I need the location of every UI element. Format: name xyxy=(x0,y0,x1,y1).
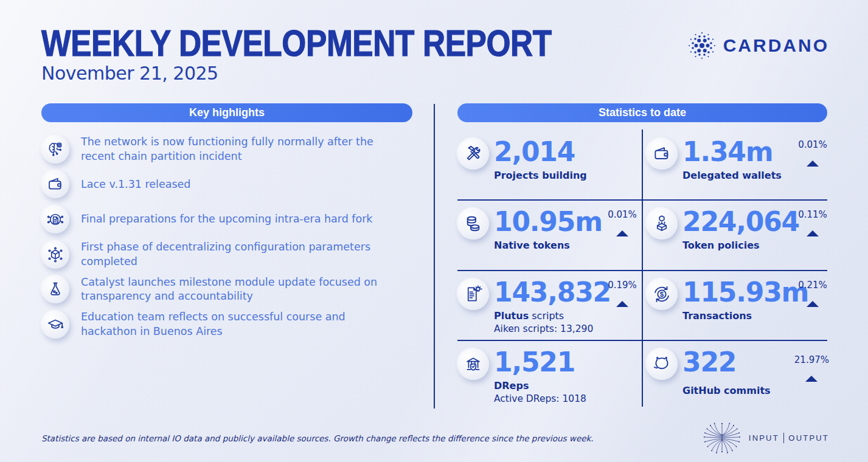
growth-indicator: 0.01% xyxy=(606,209,639,231)
page-title: WEEKLY DEVELOPMENT REPORT xyxy=(41,24,552,62)
tools-icon xyxy=(457,138,489,170)
growth-indicator: 0.01% xyxy=(796,139,829,161)
highlight-text: Catalyst launches milestone module updat… xyxy=(81,275,400,304)
graduation-cap-icon xyxy=(41,311,69,339)
stat-projects-building: 2,014 Projects building xyxy=(457,129,642,199)
growth-indicator: 0.19% xyxy=(606,280,639,302)
wallet-icon xyxy=(646,138,678,170)
cardano-mark-icon xyxy=(687,30,717,61)
transactions-icon: $ xyxy=(646,278,678,310)
cube-network-icon xyxy=(41,241,69,269)
highlight-item: Lace v.1.31 released xyxy=(41,167,412,202)
footer-note: Statistics are based on internal IO data… xyxy=(41,433,594,443)
script-bulb-icon xyxy=(457,278,489,310)
stat-value: 1,521 xyxy=(494,348,586,376)
cardano-wordmark: CARDANO xyxy=(723,35,829,56)
highlight-item: The network is now functioning fully nor… xyxy=(41,132,412,167)
up-triangle-icon xyxy=(616,291,628,307)
stat-plutus-scripts: 143,832 Plutus scripts Aiken scripts: 13… xyxy=(457,270,642,340)
key-highlights-section: Key highlights The network is now functi… xyxy=(41,103,412,342)
input-output-logo: INPUT OUTPUT xyxy=(700,416,829,460)
butterfly-icon xyxy=(700,416,744,460)
ai-network-icon xyxy=(41,136,69,164)
highlight-item: Catalyst launches milestone module updat… xyxy=(41,272,412,307)
stat-label: GitHub commits xyxy=(682,385,771,396)
stat-value: 224,064 xyxy=(682,208,799,236)
report-date: November 21, 2025 xyxy=(41,63,218,84)
stat-label: Plutus scripts xyxy=(494,310,611,322)
stat-label: Token policies xyxy=(682,240,799,251)
highlight-text: Education team reflects on successful co… xyxy=(81,310,400,339)
svg-text:$: $ xyxy=(660,291,664,298)
column-divider xyxy=(434,104,435,409)
stat-native-tokens: 10.95m Native tokens 0.01% xyxy=(457,199,642,270)
stat-token-policies: 224,064 Token policies 0.11% xyxy=(642,199,827,270)
stat-label: Transactions xyxy=(682,310,808,322)
input-output-wordmark: INPUT OUTPUT xyxy=(749,433,829,443)
cardano-logo: CARDANO xyxy=(687,30,829,61)
growth-indicator: 0.21% xyxy=(796,280,829,302)
growth-indicator: 21.97% xyxy=(794,354,829,376)
github-icon xyxy=(646,348,678,380)
stat-transactions: $ 115.93m Transactions 0.21% xyxy=(642,270,827,340)
stat-label: Native tokens xyxy=(494,240,602,251)
stat-value: 2,014 xyxy=(494,138,587,166)
statistics-header: Statistics to date xyxy=(457,103,827,122)
stat-github-commits: 322 GitHub commits 21.97% xyxy=(642,340,827,407)
highlight-text: Final preparations for the upcoming intr… xyxy=(81,212,400,227)
growth-indicator: 0.11% xyxy=(796,209,829,231)
highlight-item: First phase of decentralizing configurat… xyxy=(41,237,412,272)
stat-value: 322 xyxy=(682,348,771,376)
stat-label: Delegated wallets xyxy=(682,170,782,181)
stat-label: Projects building xyxy=(494,170,587,181)
stat-sublabel: Aiken scripts: 13,290 xyxy=(494,323,611,334)
stat-dreps: 1,521 DReps Active DReps: 1018 xyxy=(457,340,642,407)
highlight-text: The network is now functioning fully nor… xyxy=(81,135,400,164)
statistics-section: Statistics to date 2,014 Projects buildi… xyxy=(457,103,827,407)
up-triangle-icon xyxy=(807,150,819,167)
highlight-item: Education team reflects on successful co… xyxy=(41,307,412,342)
stat-value: 1.34m xyxy=(682,138,782,166)
highlight-text: First phase of decentralizing configurat… xyxy=(81,240,400,269)
up-triangle-icon xyxy=(616,220,628,236)
stat-delegated-wallets: 1.34m Delegated wallets 0.01% xyxy=(642,129,827,199)
statistics-grid: 2,014 Projects building 1.34m Delegated … xyxy=(457,129,827,407)
up-triangle-icon xyxy=(807,291,819,307)
highlight-item: Final preparations for the upcoming intr… xyxy=(41,202,412,237)
stat-value: 115.93m xyxy=(682,278,808,306)
wallet-icon xyxy=(41,170,69,198)
stat-label: DReps xyxy=(494,380,586,391)
up-triangle-icon xyxy=(807,220,819,236)
highlight-text: Lace v.1.31 released xyxy=(81,178,400,192)
weekly-report: WEEKLY DEVELOPMENT REPORT November 21, 2… xyxy=(0,0,868,462)
stat-sublabel: Active DReps: 1018 xyxy=(494,393,586,404)
divider-bar xyxy=(783,433,785,443)
bank-shield-icon xyxy=(457,348,489,380)
document-network-icon xyxy=(41,205,69,233)
highlights-list: The network is now functioning fully nor… xyxy=(41,132,412,342)
key-highlights-header: Key highlights xyxy=(41,103,412,122)
flask-icon xyxy=(41,275,69,303)
stat-value: 10.95m xyxy=(494,208,602,236)
coins-icon xyxy=(457,208,489,240)
stat-value: 143,832 xyxy=(494,278,611,306)
up-triangle-icon xyxy=(805,365,818,382)
token-policy-icon xyxy=(646,208,678,240)
